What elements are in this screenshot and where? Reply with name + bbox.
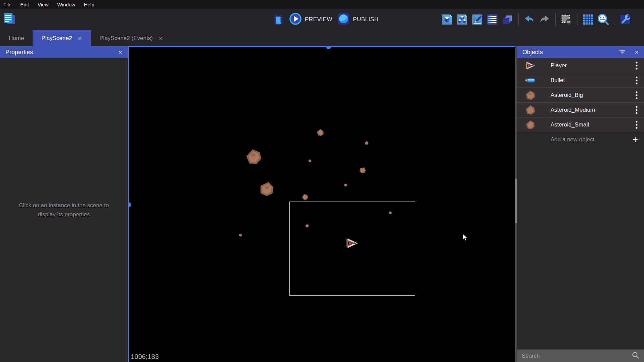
toolbar-divider [518,13,519,26]
properties-hint-text: Click on an instance in the scene to dis… [13,201,114,219]
object-row-asteroid-medium[interactable]: Asteroid_Medium [517,103,644,117]
zoom-1-1-icon[interactable]: 1:1 [597,13,609,26]
object-label: Asteroid_Big [551,92,629,99]
objects-list: Player Bullet [517,58,644,147]
instances-list-icon[interactable] [486,13,498,26]
selection-mask-icon[interactable] [560,13,572,26]
objects-panel: Objects × Playe [517,46,644,362]
asteroid-instance-small[interactable] [309,157,313,162]
object-label: Asteroid_Medium [551,107,629,113]
debugger-bug-icon[interactable] [272,13,284,26]
object-menu-icon[interactable] [629,106,644,114]
object-label: Player [551,62,629,69]
preview-play-icon [289,12,302,27]
properties-panel-title: Properties [5,49,33,56]
scene-settings-wrench-icon[interactable] [619,13,631,26]
cursor-coordinates: 1096;183 [131,353,159,361]
object-row-asteroid-small[interactable]: Asteroid_Small [517,117,644,132]
toolbar-divider [577,13,577,26]
publish-globe-icon [337,12,350,27]
player-ship-instance[interactable] [346,238,358,250]
preview-button[interactable]: PREVIEW [289,12,332,27]
properties-pencil-icon[interactable] [471,13,483,26]
object-row-player[interactable]: Player [517,58,644,73]
toolbar-divider [614,13,614,26]
filter-icon[interactable] [619,49,625,56]
objects-panel-empty-space [517,147,644,350]
objects-editor-icon[interactable] [441,13,453,26]
menu-help[interactable]: Help [84,2,94,7]
asteroid-instance-small[interactable] [365,140,369,144]
add-new-object-button[interactable]: Add a new object + [517,132,644,147]
menu-bar: File Edit View Window Help [0,0,644,9]
properties-panel: Properties × Click on an instance in the… [0,46,128,362]
panel-resize-handle-left[interactable] [128,202,131,207]
tab-playscene2-events[interactable]: PlayScene2 (Events) × [91,30,171,46]
tab-home-label: Home [9,35,24,42]
object-menu-icon[interactable] [629,76,644,84]
scene-canvas[interactable]: 1096;183 [128,46,517,362]
asteroid-instance-small[interactable] [344,182,348,186]
objects-panel-title: Objects [522,49,543,56]
redo-icon[interactable] [538,13,551,26]
scrollbar-thumb[interactable] [515,179,517,223]
svg-text:1:1: 1:1 [600,17,605,21]
menu-view[interactable]: View [38,2,48,7]
asteroid-instance-medium[interactable] [358,166,367,175]
add-new-object-label: Add a new object [551,136,633,143]
tab-close-icon[interactable]: × [159,35,163,42]
object-groups-icon[interactable] [456,13,468,26]
panel-resize-line-top[interactable] [128,46,517,47]
objects-search-input[interactable] [522,353,632,359]
tab-playscene2-label: PlayScene2 [41,35,72,42]
asteroid-icon [523,90,538,100]
objects-close-icon[interactable]: × [635,48,639,56]
layers-icon[interactable] [501,13,514,26]
object-row-bullet[interactable]: Bullet [517,73,644,88]
asteroid-instance-big[interactable] [245,148,263,166]
publish-button[interactable]: PUBLISH [337,12,378,27]
tab-playscene2[interactable]: PlayScene2 × [33,30,90,46]
canvas-vertical-scrollbar[interactable] [515,46,517,362]
toolbar: PREVIEW PUBLISH [0,9,644,30]
tab-playscene2-events-label: PlayScene2 (Events) [99,35,153,42]
tab-close-icon[interactable]: × [78,35,82,42]
asteroid-icon [523,120,538,130]
asteroid-instance-big[interactable] [257,179,276,198]
undo-icon[interactable] [523,13,535,26]
objects-panel-header: Objects × [517,46,644,58]
object-menu-icon[interactable] [629,91,644,99]
tab-bar: Home PlayScene2 × PlayScene2 (Events) × [0,30,644,46]
object-row-asteroid-big[interactable]: Asteroid_Big [517,88,644,103]
menu-edit[interactable]: Edit [20,2,29,7]
asteroid-instance-medium[interactable] [301,193,309,201]
plus-icon: + [633,134,638,145]
mouse-cursor-icon [462,234,468,243]
object-menu-icon[interactable] [629,121,644,129]
menu-file[interactable]: File [3,2,11,7]
tab-home[interactable]: Home [0,30,33,46]
panel-resize-handle-top[interactable] [326,46,331,49]
toolbar-divider [555,13,556,26]
asteroid-instance-small[interactable] [239,232,243,236]
search-icon [632,352,639,360]
gdevelop-logo-icon [3,12,16,27]
properties-panel-header: Properties × [0,46,128,58]
properties-close-icon[interactable]: × [118,48,122,56]
asteroid-instance-medium[interactable] [317,129,324,136]
properties-panel-body: Click on an instance in the scene to dis… [0,58,128,362]
object-label: Asteroid_Small [551,121,629,128]
object-label: Bullet [551,77,629,84]
object-menu-icon[interactable] [629,62,644,70]
grid-icon[interactable] [582,13,594,26]
menu-window[interactable]: Window [57,2,75,7]
asteroid-icon [523,105,538,115]
bullet-icon [523,78,538,83]
main-area: Properties × Click on an instance in the… [0,46,644,362]
preview-label: PREVIEW [305,16,332,23]
ship-icon [523,62,538,70]
publish-label: PUBLISH [353,16,378,23]
objects-search-bar [517,350,644,362]
